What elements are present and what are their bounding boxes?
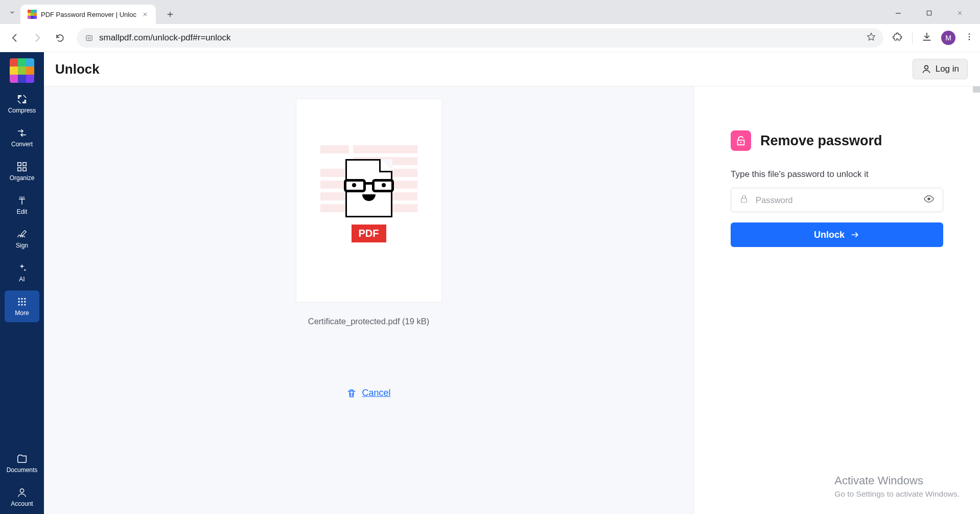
unlock-panel: Remove password Type this file's passwor… [694, 86, 980, 514]
smallpdf-favicon [28, 10, 37, 19]
close-window-icon[interactable] [949, 5, 970, 21]
lock-icon [739, 194, 749, 206]
edit-icon [16, 195, 28, 206]
scrollbar[interactable] [973, 86, 980, 514]
url-input[interactable]: smallpdf.com/unlock-pdf#r=unlock [77, 28, 883, 48]
smallpdf-logo[interactable] [10, 58, 34, 83]
minimize-icon[interactable] [888, 5, 908, 21]
compress-icon [16, 94, 28, 105]
downloads-icon[interactable] [922, 32, 932, 44]
ai-sparkle-icon [16, 262, 28, 274]
app-root: Compress Convert Organize Edit Sign AI M… [0, 52, 980, 514]
maximize-icon[interactable] [919, 5, 939, 21]
unlock-button[interactable]: Unlock [731, 222, 943, 247]
svg-point-14 [24, 301, 26, 302]
login-button[interactable]: Log in [913, 59, 968, 79]
toggle-visibility-icon[interactable] [923, 193, 935, 207]
svg-point-11 [24, 298, 26, 300]
sidebar-item-compress[interactable]: Compress [5, 88, 39, 120]
cancel-link[interactable]: Cancel [362, 388, 390, 398]
separator [912, 32, 913, 43]
windows-activation-watermark: Activate Windows Go to Settings to activ… [834, 474, 960, 499]
svg-point-15 [18, 304, 20, 305]
organize-icon [16, 161, 28, 172]
back-button[interactable] [6, 29, 24, 47]
svg-rect-5 [18, 163, 21, 166]
panel-header: Remove password [731, 130, 943, 151]
tab-search-dropdown[interactable] [4, 4, 20, 20]
tab-title: PDF Password Remover | Unloc [41, 11, 136, 18]
sign-icon [16, 229, 28, 240]
svg-point-10 [21, 298, 22, 300]
forward-button[interactable] [29, 29, 46, 47]
sidebar-label: AI [19, 276, 25, 283]
trash-icon [346, 388, 357, 398]
browser-tab[interactable]: PDF Password Remover | Unloc [20, 5, 156, 24]
page-title: Unlock [55, 61, 100, 77]
sidebar-label: Organize [10, 174, 35, 182]
user-icon [921, 64, 931, 74]
sidebar-label: Edit [17, 208, 28, 215]
bookmark-star-icon[interactable] [866, 32, 876, 44]
toolbar-right: M [893, 31, 974, 45]
password-input[interactable] [756, 195, 916, 205]
pdf-mascot-icon: PDF [345, 159, 392, 242]
browser-chrome: PDF Password Remover | Unloc sma [0, 0, 980, 52]
sidebar-item-organize[interactable]: Organize [5, 155, 39, 187]
close-tab-icon[interactable] [141, 10, 150, 19]
file-preview-pane: PDF Certificate_protected.pdf (19 kB) Ca… [44, 86, 694, 514]
svg-rect-21 [741, 198, 747, 203]
svg-rect-1 [86, 35, 91, 40]
window-controls [888, 3, 980, 21]
svg-point-12 [18, 301, 20, 302]
unlock-button-label: Unlock [814, 230, 845, 240]
chrome-menu-icon[interactable] [965, 32, 974, 43]
profile-initial: M [945, 34, 951, 42]
account-icon [16, 487, 28, 498]
sidebar-item-ai[interactable]: AI [5, 257, 39, 288]
pdf-badge: PDF [352, 225, 386, 242]
cancel-row: Cancel [346, 388, 390, 398]
profile-avatar[interactable]: M [941, 31, 955, 45]
sidebar-item-documents[interactable]: Documents [5, 448, 39, 479]
url-text: smallpdf.com/unlock-pdf#r=unlock [99, 33, 230, 43]
sidebar-item-more[interactable]: More [5, 290, 39, 322]
svg-point-19 [924, 65, 928, 69]
extensions-icon[interactable] [893, 32, 903, 44]
sidebar-item-account[interactable]: Account [5, 481, 39, 513]
panel-title: Remove password [760, 133, 882, 149]
address-bar: smallpdf.com/unlock-pdf#r=unlock M [0, 24, 980, 52]
sidebar-item-convert[interactable]: Convert [5, 122, 39, 153]
watermark-line2: Go to Settings to activate Windows. [834, 489, 960, 499]
sidebar-item-sign[interactable]: Sign [5, 223, 39, 255]
sidebar-label: Account [11, 500, 33, 507]
svg-rect-8 [23, 168, 26, 171]
svg-point-17 [24, 304, 26, 305]
svg-point-18 [20, 489, 24, 493]
reload-button[interactable] [51, 29, 68, 47]
more-grid-icon [16, 296, 28, 307]
sidebar-label: Compress [8, 107, 36, 114]
svg-point-16 [21, 304, 22, 305]
sidebar-item-edit[interactable]: Edit [5, 189, 39, 221]
documents-icon [16, 453, 28, 464]
login-label: Log in [936, 64, 959, 74]
site-info-icon[interactable] [84, 33, 94, 43]
svg-point-2 [969, 33, 970, 35]
svg-point-3 [969, 36, 970, 38]
new-tab-button[interactable] [162, 6, 178, 23]
password-field-wrapper [731, 188, 943, 212]
sidebar-label: Sign [16, 242, 28, 249]
unlock-icon [731, 130, 751, 151]
sidebar-label: Convert [11, 141, 33, 148]
arrow-right-icon [850, 230, 860, 240]
content-area: Unlock Log in [44, 52, 980, 514]
convert-icon [16, 127, 28, 139]
sidebar-label: More [15, 309, 29, 317]
panel-subtitle: Type this file's password to unlock it [731, 169, 943, 180]
file-name: Certificate_protected.pdf (19 kB) [308, 317, 430, 326]
svg-point-22 [927, 197, 930, 200]
sidebar: Compress Convert Organize Edit Sign AI M… [0, 52, 44, 514]
app-header: Unlock Log in [44, 52, 980, 86]
watermark-line1: Activate Windows [834, 474, 960, 487]
